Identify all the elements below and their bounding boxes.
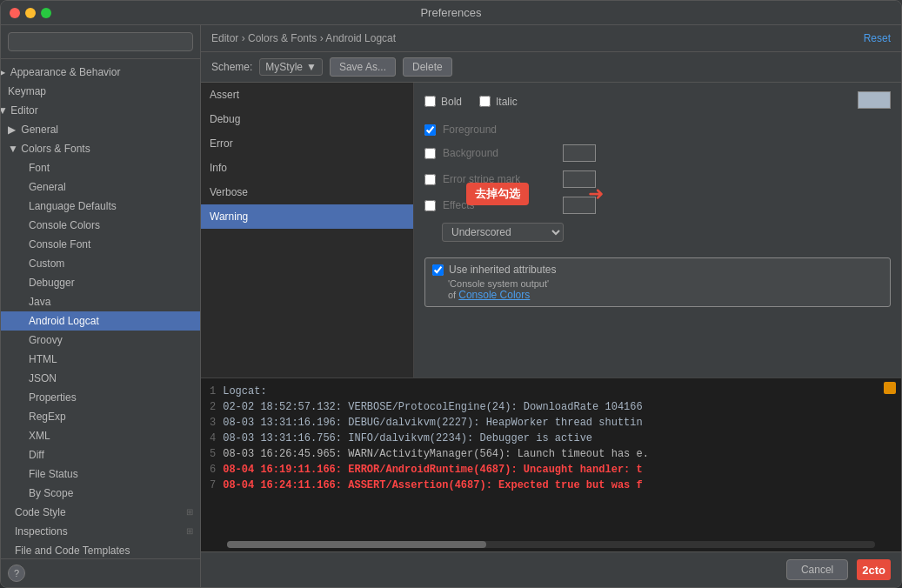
effects-checkbox[interactable]	[424, 200, 436, 211]
background-checkbox[interactable]	[424, 148, 436, 159]
log-type-list: Assert Debug Error Info Verbose Warning	[201, 83, 414, 378]
sidebar-item-inspections[interactable]: Inspections ⊞	[1, 522, 200, 541]
close-button[interactable]	[10, 8, 20, 18]
footer: Cancel 2cto	[201, 551, 901, 587]
preview-line-4: 408-03 13:31:16.756: INFO/dalvikvm(2234)…	[210, 431, 892, 446]
preview-line-1: 1Logcat:	[210, 384, 892, 399]
sidebar-item-file-code-templates[interactable]: File and Code Templates	[1, 541, 200, 558]
bold-label: Bold	[441, 96, 462, 108]
foreground-attr-row: Foreground	[424, 124, 891, 136]
error-stripe-color-swatch[interactable]	[563, 170, 596, 188]
inherited-label: Use inherited attributes	[449, 264, 556, 276]
sidebar-bottom: ?	[1, 558, 200, 587]
breadcrumb: Editor › Colors & Fonts › Android Logcat	[211, 32, 396, 44]
background-color-swatch[interactable]	[563, 144, 596, 162]
effects-type-select[interactable]: Underscored Bold Underscored Dotted Bord…	[442, 223, 564, 242]
sidebar-item-font[interactable]: Font	[1, 158, 200, 177]
italic-row: Italic	[479, 96, 518, 108]
delete-button[interactable]: Delete	[403, 57, 452, 77]
reset-button[interactable]: Reset	[864, 32, 891, 44]
content-header: Editor › Colors & Fonts › Android Logcat…	[201, 25, 901, 52]
preview-line-3: 308-03 13:31:16.196: DEBUG/dalvikvm(2227…	[210, 415, 892, 431]
title-bar: Preferences	[1, 1, 901, 25]
sidebar-item-file-status[interactable]: File Status	[1, 464, 200, 484]
effects-attr-row: Effects	[424, 197, 891, 214]
error-stripe-checkbox[interactable]	[424, 174, 436, 185]
sidebar-item-by-scope[interactable]: By Scope	[1, 484, 200, 503]
chevron-down-icon: ▼	[306, 61, 317, 73]
log-type-info[interactable]: Info	[201, 156, 413, 180]
error-stripe-label: Error stripe mark	[443, 173, 556, 185]
preview-line-6: 608-04 16:19:11.166: ERROR/AndroidRuntim…	[210, 462, 892, 478]
preferences-window: Preferences ▶ Appearance & Behavior Keym…	[0, 0, 902, 588]
search-box	[1, 25, 200, 59]
sidebar-item-json[interactable]: JSON	[1, 369, 200, 388]
inherited-checkbox[interactable]	[432, 264, 444, 276]
effects-color-swatch[interactable]	[563, 197, 596, 214]
sidebar-item-language-defaults[interactable]: Language Defaults	[1, 197, 200, 216]
arrow-icon-colors: ▼	[8, 141, 18, 157]
sidebar-item-editor[interactable]: ▼ Editor	[1, 101, 200, 120]
scheme-select[interactable]: MyStyle ▼	[259, 58, 323, 76]
sidebar-tree: ▶ Appearance & Behavior Keymap ▼ Editor …	[1, 59, 200, 558]
sidebar-item-custom[interactable]: Custom	[1, 254, 200, 273]
sidebar-item-keymap[interactable]: Keymap	[1, 82, 200, 101]
window-title: Preferences	[420, 6, 481, 19]
effects-label: Effects	[443, 199, 556, 211]
foreground-swatch-container	[858, 91, 891, 111]
sidebar-item-general2[interactable]: General	[1, 177, 200, 197]
cancel-button[interactable]: Cancel	[786, 559, 848, 580]
foreground-color-swatch[interactable]	[858, 91, 891, 109]
save-as-button[interactable]: Save As...	[330, 57, 396, 77]
orange-indicator	[884, 382, 896, 394]
sidebar-item-properties[interactable]: Properties	[1, 388, 200, 407]
sidebar-item-android-logcat[interactable]: Android Logcat	[1, 311, 200, 331]
sidebar-item-general[interactable]: ▶ General	[1, 120, 200, 139]
bold-checkbox[interactable]	[424, 96, 436, 107]
window-controls	[10, 8, 51, 18]
sidebar-item-console-colors[interactable]: Console Colors	[1, 216, 200, 235]
sidebar-item-console-font[interactable]: Console Font	[1, 235, 200, 254]
log-type-debug[interactable]: Debug	[201, 107, 413, 131]
log-type-warning[interactable]: Warning	[201, 204, 413, 229]
sidebar-item-xml[interactable]: XML	[1, 426, 200, 445]
minimize-button[interactable]	[25, 8, 36, 18]
foreground-checkbox[interactable]	[424, 124, 436, 136]
scheme-label: Scheme:	[211, 61, 252, 73]
inherited-source: 'Console system output'	[432, 278, 883, 289]
bold-row: Bold	[424, 96, 462, 108]
effects-type-row: Underscored Bold Underscored Dotted Bord…	[424, 223, 891, 242]
sidebar-item-java[interactable]: Java	[1, 292, 200, 311]
sidebar: ▶ Appearance & Behavior Keymap ▼ Editor …	[1, 25, 201, 587]
watermark-badge: 2cto	[857, 559, 891, 580]
sidebar-item-code-style[interactable]: Code Style ⊞	[1, 503, 200, 522]
sidebar-item-regexp[interactable]: RegExp	[1, 407, 200, 426]
attrs-panel: Bold Italic Foregro	[414, 83, 901, 378]
scheme-row: Scheme: MyStyle ▼ Save As... Delete	[201, 52, 901, 83]
inherited-link-row: of Console Colors	[432, 289, 883, 301]
main-layout: ▶ Appearance & Behavior Keymap ▼ Editor …	[1, 25, 901, 587]
sidebar-item-groovy[interactable]: Groovy	[1, 331, 200, 350]
sidebar-item-debugger[interactable]: Debugger	[1, 273, 200, 292]
sidebar-item-colors-fonts[interactable]: ▼ Colors & Fonts	[1, 139, 200, 158]
log-type-assert[interactable]: Assert	[201, 83, 413, 107]
log-type-verbose[interactable]: Verbose	[201, 180, 413, 204]
foreground-label: Foreground	[443, 124, 556, 136]
console-colors-link[interactable]: Console Colors	[458, 289, 530, 301]
help-button[interactable]: ?	[8, 565, 25, 582]
sidebar-item-html[interactable]: HTML	[1, 350, 200, 369]
horizontal-scrollbar[interactable]	[227, 541, 875, 548]
log-type-error[interactable]: Error	[201, 131, 413, 156]
preview-line-5: 508-03 16:26:45.965: WARN/ActivityManage…	[210, 446, 892, 462]
italic-checkbox[interactable]	[479, 96, 491, 107]
arrow-icon-editor: ▼	[1, 103, 8, 118]
italic-label: Italic	[496, 96, 518, 108]
maximize-button[interactable]	[41, 8, 51, 18]
sidebar-item-diff[interactable]: Diff	[1, 445, 200, 464]
sidebar-item-appearance[interactable]: ▶ Appearance & Behavior	[1, 63, 200, 82]
content-panel: Editor › Colors & Fonts › Android Logcat…	[201, 25, 901, 587]
preview-line-7: 708-04 16:24:11.166: ASSERT/Assertion(46…	[210, 478, 892, 493]
search-input[interactable]	[8, 32, 193, 51]
arrow-icon: ▶	[1, 64, 8, 80]
scrollbar-thumb	[227, 541, 486, 548]
